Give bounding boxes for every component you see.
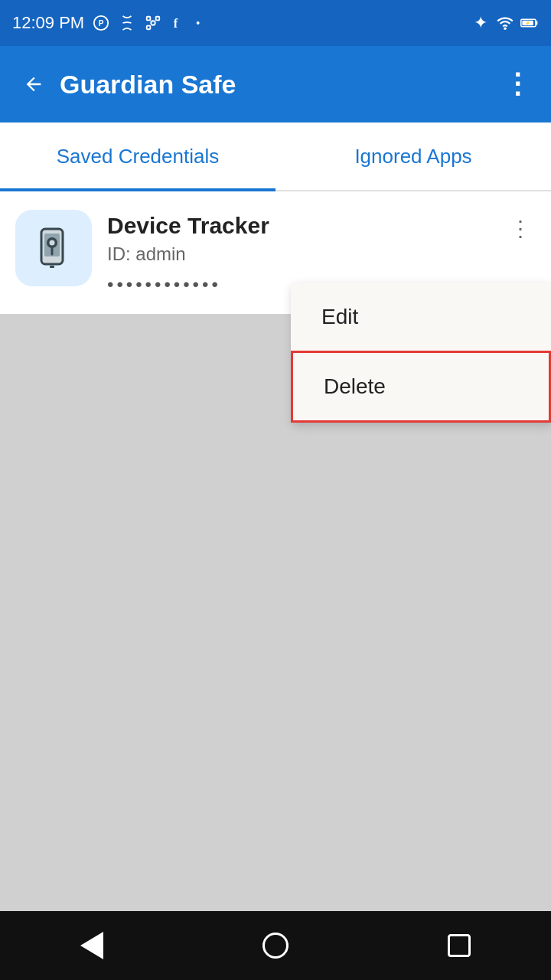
credential-more-button[interactable]: ⋮ (502, 210, 539, 247)
recent-nav-button[interactable] (436, 923, 482, 969)
credential-card: Device Tracker ID: admin •••••••••••• ⋮ … (0, 191, 551, 314)
svg-text:⚡: ⚡ (525, 20, 530, 26)
back-nav-button[interactable] (69, 923, 115, 969)
time-display: 12:09 PM (12, 13, 84, 33)
status-bar-left: 12:09 PM P f • (12, 13, 200, 33)
svg-rect-16 (50, 266, 54, 268)
tab-saved-credentials[interactable]: Saved Credentials (0, 122, 276, 190)
wifi-icon (496, 14, 514, 32)
privacy-icon: P (92, 14, 110, 32)
battery-icon: ⚡ (520, 14, 539, 32)
svg-rect-4 (147, 26, 151, 30)
tab-ignored-apps[interactable]: Ignored Apps (276, 122, 551, 190)
dna-icon (118, 14, 136, 32)
app-name: Device Tracker (107, 213, 536, 239)
tabs-container: Saved Credentials Ignored Apps (0, 122, 551, 191)
content-area: Device Tracker ID: admin •••••••••••• ⋮ … (0, 191, 551, 980)
app-icon (15, 210, 92, 286)
svg-rect-3 (156, 17, 160, 21)
app-id: ID: admin (107, 243, 536, 265)
app-title: Guardian Safe (60, 70, 499, 100)
status-bar: 12:09 PM P f • ✦ (0, 0, 551, 46)
dropdown-menu: Edit Delete (291, 283, 551, 423)
home-nav-button[interactable] (253, 923, 298, 969)
app-bar: Guardian Safe ⋮ (0, 46, 551, 122)
faceid-icon (144, 14, 162, 32)
svg-point-7 (504, 27, 507, 30)
facebook-icon: f (170, 14, 188, 32)
svg-text:P: P (99, 19, 104, 28)
svg-rect-10 (536, 21, 537, 25)
nav-bar (0, 911, 551, 980)
svg-text:f: f (174, 16, 178, 31)
overflow-menu-button[interactable]: ⋮ (499, 66, 536, 103)
svg-point-5 (151, 21, 155, 25)
svg-point-15 (50, 240, 55, 246)
back-button[interactable] (15, 66, 52, 103)
dot-icon: • (196, 17, 200, 29)
delete-menu-item[interactable]: Delete (291, 351, 551, 423)
edit-menu-item[interactable]: Edit (291, 283, 551, 351)
sparkle-icon: ✦ (471, 14, 490, 32)
status-bar-right: ✦ ⚡ (471, 14, 539, 32)
svg-rect-2 (147, 17, 151, 21)
